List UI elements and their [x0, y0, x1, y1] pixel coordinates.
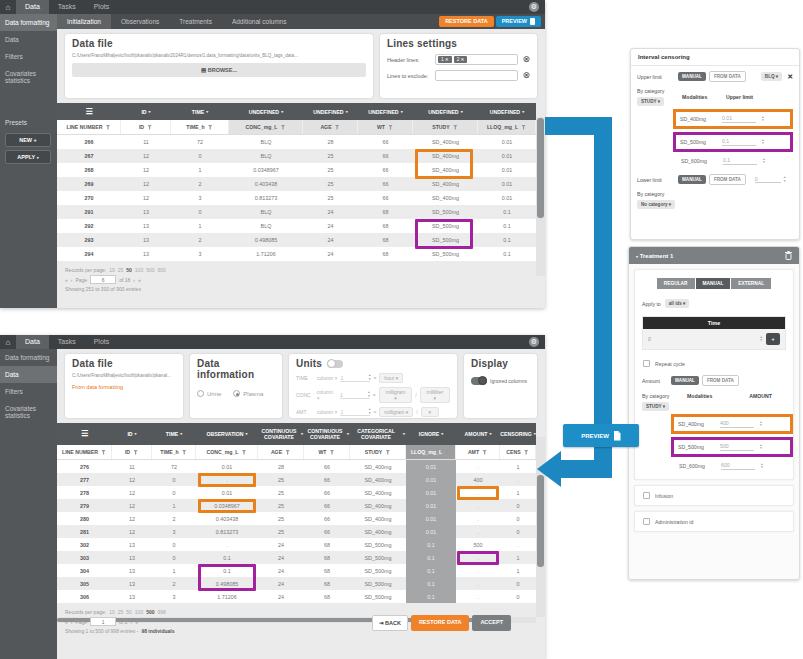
column-header[interactable]: CENS — [500, 445, 536, 459]
records-option[interactable]: 25 — [118, 609, 124, 615]
filter-icon[interactable] — [453, 125, 458, 130]
back-button[interactable]: ⇥ BACK — [372, 615, 408, 631]
administration-id-checkbox[interactable] — [643, 518, 650, 525]
nav-tab-tasks[interactable]: Tasks — [49, 0, 85, 14]
upper-manual-button[interactable]: MANUAL — [678, 72, 706, 81]
nav-tab-tasks[interactable]: Tasks — [49, 335, 85, 349]
filter-icon[interactable] — [335, 125, 340, 130]
treatment-title[interactable]: ▾ Treatment 1 — [636, 253, 673, 259]
from-data-formatting-link[interactable]: From data formatting — [72, 384, 176, 390]
conc-unit2-dropdown[interactable]: milliliter ▾ — [420, 387, 450, 403]
records-option[interactable]: 500 — [146, 267, 154, 273]
column-type-dropdown[interactable]: UNDEFINED▾ — [358, 103, 413, 120]
column-type-dropdown[interactable]: CENSORING▾ — [500, 423, 536, 445]
amt-unit2-dropdown[interactable]: ▾ — [421, 407, 439, 417]
first-page-icon[interactable]: « — [65, 619, 68, 625]
records-option[interactable]: 10 — [109, 609, 115, 615]
new-preset-button[interactable]: NEW + — [5, 133, 51, 147]
column-type-dropdown[interactable]: CONTINUOUS COVARIATE▾ — [258, 423, 304, 445]
amt-unit-dropdown[interactable]: milligram ▾ — [379, 407, 413, 417]
page-input[interactable]: 6 — [90, 275, 116, 284]
accept-button[interactable]: ACCEPT — [472, 615, 511, 631]
scrollbar-thumb[interactable] — [537, 118, 544, 218]
column-header[interactable]: AMT — [456, 445, 500, 459]
column-type-dropdown[interactable]: UNDEFINED▾ — [413, 103, 478, 120]
remove-icon[interactable]: ✕ — [461, 57, 465, 62]
repeat-cycle-checkbox[interactable] — [643, 360, 650, 367]
records-option[interactable]: 998 — [158, 609, 166, 615]
amount-input[interactable]: 500 — [720, 443, 754, 451]
amount-input[interactable]: 600 — [721, 462, 755, 470]
blq-dropdown[interactable]: BLQ ▾ — [761, 72, 782, 81]
reset-icon[interactable]: ⊗ — [522, 71, 530, 80]
home-icon[interactable]: ⌂ — [0, 335, 16, 349]
time-factor-input[interactable]: 1▴▾ — [340, 374, 370, 382]
column-header[interactable]: LINE NUMBER — [57, 445, 112, 459]
home-icon[interactable]: ⌂ — [0, 0, 16, 14]
column-type-dropdown[interactable]: IGNORE▾ — [406, 423, 456, 445]
apply-to-dropdown[interactable]: all ids ▾ — [665, 299, 690, 308]
tab-initialization[interactable]: Initialization — [57, 14, 111, 29]
records-option[interactable]: 25 — [118, 267, 124, 273]
column-type-dropdown[interactable]: UNDEFINED▾ — [478, 103, 536, 120]
menu-icon[interactable]: ☰ — [57, 423, 112, 445]
stepper-icon[interactable]: ▴▾ — [784, 176, 786, 183]
next-page-icon[interactable]: › — [133, 277, 135, 283]
column-header[interactable]: LLOQ_mg_L — [478, 120, 536, 134]
lower-from-data-button[interactable]: FROM DATA — [709, 174, 746, 185]
upper-limit-input[interactable]: 0.1 — [723, 157, 757, 165]
column-type-dropdown[interactable]: AMOUNT▾ — [456, 423, 500, 445]
stepper-icon[interactable]: ▴▾ — [763, 158, 765, 165]
stepper-icon[interactable]: ▴▾ — [762, 139, 764, 146]
preview-button[interactable]: PREVIEW — [496, 16, 541, 27]
filter-icon[interactable] — [388, 125, 393, 130]
add-time-button[interactable]: + — [766, 333, 780, 345]
conc-factor-input[interactable]: 1▴▾ — [340, 391, 370, 399]
records-option[interactable]: 100 — [135, 609, 143, 615]
column-type-dropdown[interactable]: ID▾ — [121, 103, 171, 120]
stepper-icon[interactable]: ▴▾ — [760, 421, 762, 428]
column-header[interactable]: STUDY — [413, 120, 478, 134]
study-category-dropdown[interactable]: STUDY ▾ — [642, 402, 669, 411]
column-header[interactable]: WT — [304, 445, 350, 459]
filter-icon[interactable] — [482, 450, 487, 455]
external-button[interactable]: EXTERNAL — [731, 278, 771, 289]
filter-icon[interactable] — [385, 450, 390, 455]
manual-button[interactable]: MANUAL — [696, 278, 731, 289]
stepper-icon[interactable]: ▴▾ — [369, 408, 371, 415]
restore-data-button[interactable]: RESTORE DATA — [411, 615, 469, 631]
first-page-icon[interactable]: « — [65, 277, 68, 283]
amount-manual-button[interactable]: MANUAL — [671, 376, 699, 385]
column-type-dropdown[interactable]: CATEGORICAL COVARIATE▾ — [350, 423, 406, 445]
records-option-selected[interactable]: 50 — [126, 267, 132, 273]
upper-limit-input[interactable]: 0.1 — [722, 138, 756, 146]
conc-unit-dropdown[interactable]: milligram ▾ — [379, 387, 413, 403]
filter-icon[interactable] — [285, 450, 290, 455]
upper-from-data-button[interactable]: FROM DATA — [709, 71, 746, 82]
scrollbar-thumb[interactable] — [537, 475, 544, 567]
sidebar-item-covariates-statistics[interactable]: Covariates statistics — [0, 400, 57, 424]
sidebar-item-data[interactable]: Data — [0, 31, 57, 48]
browse-button[interactable]: ▤ BROWSE... — [72, 63, 366, 77]
column-type-dropdown[interactable]: UNDEFINED▾ — [229, 103, 303, 120]
filter-icon[interactable] — [330, 450, 335, 455]
column-type-dropdown[interactable]: TIME▾ — [152, 423, 196, 445]
sidebar-item-covariates-statistics[interactable]: Covariates statistics — [0, 65, 57, 89]
column-header[interactable]: TIME_h — [152, 445, 196, 459]
lines-exclude-input[interactable] — [435, 70, 518, 81]
sidebar-item-filters[interactable]: Filters — [0, 48, 57, 65]
column-header[interactable]: LINE NUMBER — [57, 120, 121, 134]
column-header[interactable]: CONC_mg_L — [229, 120, 303, 134]
column-header[interactable]: ID — [112, 445, 152, 459]
amount-from-data-button[interactable]: FROM DATA — [702, 375, 739, 386]
settings-icon[interactable]: ⚙ — [529, 337, 539, 347]
header-lines-input[interactable]: 1 ✕ 2 ✕ — [435, 54, 518, 65]
settings-icon[interactable]: ⚙ — [529, 2, 539, 12]
column-header[interactable]: WT — [358, 120, 413, 134]
column-header[interactable]: STUDY — [350, 445, 406, 459]
trash-icon[interactable] — [785, 251, 792, 260]
remove-icon[interactable]: ✕ — [445, 57, 449, 62]
units-toggle[interactable] — [327, 360, 343, 368]
tab-treatments[interactable]: Treatments — [169, 14, 222, 29]
apply-preset-button[interactable]: APPLY ▾ — [5, 150, 51, 164]
